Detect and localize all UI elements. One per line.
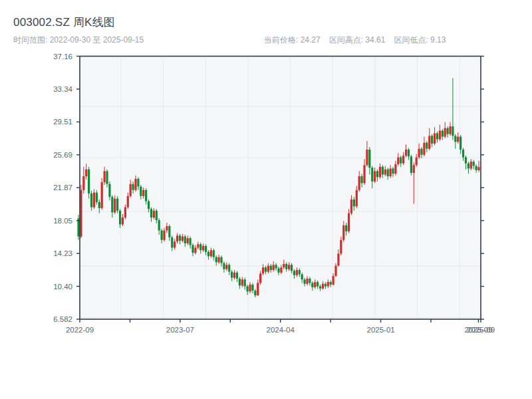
candle-body [217, 257, 219, 263]
candle-body [210, 250, 212, 256]
candle-body [254, 291, 256, 295]
candle-body [277, 268, 279, 272]
candle-body [241, 279, 243, 285]
candle-body [342, 225, 344, 240]
candle-body [158, 220, 160, 231]
y-tick-label: 14.23 [53, 249, 72, 257]
candle-body [200, 244, 201, 250]
y-tick-label: 10.40 [53, 283, 72, 291]
candle-body [244, 279, 246, 286]
candle-body [288, 265, 290, 269]
x-tick-label: 2024-04 [267, 326, 295, 334]
candle-wick [479, 161, 479, 172]
candle-body [311, 283, 313, 287]
y-tick-label: 6.582 [53, 315, 72, 323]
candle-body [259, 273, 261, 283]
candle-body [96, 193, 98, 202]
candle-body [340, 240, 342, 254]
candle-body [428, 136, 430, 148]
candle-body [145, 190, 147, 201]
candle-body [416, 158, 418, 166]
candle-body [457, 137, 459, 142]
x-tick-label: 2025-01 [366, 326, 394, 334]
candle-body [413, 165, 415, 173]
candle-body [223, 263, 225, 269]
candle-body [236, 273, 238, 279]
candle-body [156, 211, 158, 220]
candle-body [220, 257, 222, 263]
candle-body [389, 168, 391, 176]
candle-body [371, 168, 373, 182]
candle-body [309, 279, 311, 283]
candle-body [293, 271, 295, 275]
candle-body [379, 167, 381, 178]
candle-body [460, 137, 462, 150]
candle-body [77, 218, 79, 236]
candle-body [301, 275, 303, 280]
candle-body [176, 235, 178, 241]
candle-body [382, 167, 384, 175]
x-tick-label: 2023-07 [166, 326, 194, 334]
candle-body [462, 150, 464, 158]
candle-body [275, 265, 277, 268]
candle-body [442, 131, 444, 137]
candle-body [192, 245, 194, 253]
candle-body [405, 150, 407, 156]
candle-body [477, 167, 479, 170]
candle-body [187, 238, 189, 243]
y-tick-label: 37.16 [53, 53, 72, 61]
candle-body [291, 265, 293, 271]
candle-body [114, 199, 116, 213]
candle-body [465, 158, 467, 164]
candle-body [153, 211, 155, 217]
candle-body [337, 253, 339, 265]
candle-body [332, 276, 334, 285]
candle-body [168, 226, 170, 237]
candle-body [475, 166, 477, 170]
candle-body [140, 187, 142, 196]
candle-body [446, 128, 448, 134]
candle-body [363, 165, 365, 183]
candle-body [330, 282, 332, 285]
candle-body [400, 158, 402, 164]
candle-body [189, 238, 191, 245]
candle-body [197, 244, 199, 247]
candle-body [444, 128, 446, 137]
candle-body [360, 176, 362, 183]
candle-body [160, 231, 162, 240]
y-tick-label: 29.51 [53, 118, 72, 126]
candle-body [257, 283, 259, 295]
candlestick-chart: 37.1633.3429.5125.6921.8718.0514.2310.40… [0, 0, 532, 399]
candle-body [265, 267, 267, 271]
candle-body [179, 235, 181, 241]
candle-body [137, 179, 139, 187]
candle-body [148, 201, 150, 209]
candle-body [225, 265, 227, 269]
candle-body [116, 199, 118, 211]
candle-body [366, 150, 368, 165]
candle-body [434, 133, 436, 144]
candle-body [394, 164, 396, 174]
candle [77, 215, 79, 240]
candle-body [439, 131, 441, 140]
candle-body [358, 176, 360, 190]
candle-body [262, 267, 264, 273]
candle [410, 155, 412, 176]
candle-body [163, 231, 165, 240]
candle-body [213, 250, 215, 257]
candle-body [267, 266, 269, 272]
candle-body [134, 179, 136, 190]
candle-body [251, 285, 253, 291]
candle-body [317, 282, 319, 286]
candle [116, 196, 118, 213]
x-tick-label: 2022-09 [66, 326, 94, 334]
candle-body [431, 136, 433, 144]
candle-body [124, 207, 126, 218]
y-tick-label: 21.87 [53, 184, 72, 192]
candle-body [215, 257, 217, 263]
y-tick-label: 33.34 [53, 85, 72, 93]
candle-body [402, 156, 404, 164]
candle [101, 178, 103, 210]
candle-body [130, 184, 132, 196]
candle-body [132, 184, 134, 190]
